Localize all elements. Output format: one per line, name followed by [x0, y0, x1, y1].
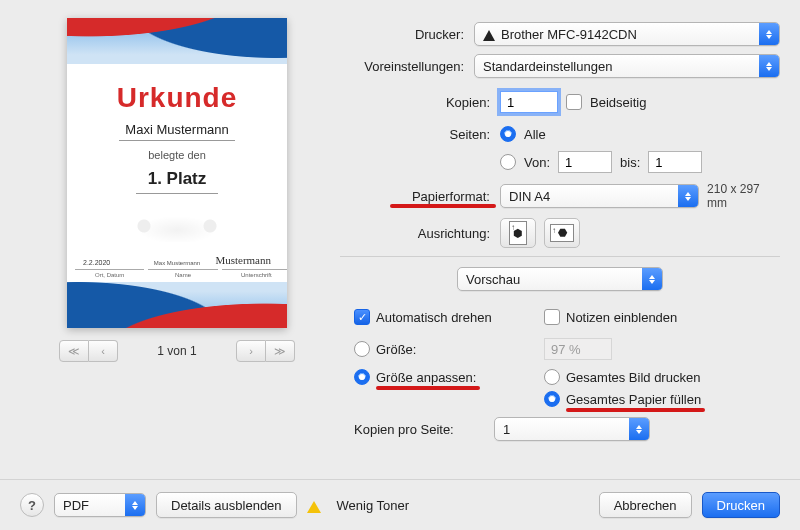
show-notes-checkbox[interactable]	[544, 309, 560, 325]
paper-select[interactable]: DIN A4	[500, 184, 699, 208]
doc-title: Urkunde	[117, 82, 238, 114]
copies-input[interactable]	[500, 91, 558, 113]
fit-image-radio[interactable]	[544, 369, 560, 385]
pages-label: Seiten:	[340, 127, 500, 142]
help-button[interactable]: ?	[20, 493, 44, 517]
twosided-checkbox[interactable]	[566, 94, 582, 110]
print-button[interactable]: Drucken	[702, 492, 780, 518]
pdf-label: PDF	[63, 498, 89, 513]
paper-value: DIN A4	[509, 189, 550, 204]
scale-fixed-label: Größe:	[376, 342, 416, 357]
decor-wave-top	[67, 18, 287, 64]
hide-details-button[interactable]: Details ausblenden	[156, 492, 297, 518]
signature-labels: Ort, Datum Name Unterschrift	[67, 269, 287, 278]
chevrons-icon	[629, 418, 649, 440]
warning-icon	[483, 30, 495, 41]
low-toner-label: Wenig Toner	[337, 498, 410, 513]
pager-first-button[interactable]: ≪	[59, 340, 89, 362]
presets-select[interactable]: Standardeinstellungen	[474, 54, 780, 78]
pdf-menu[interactable]: PDF	[54, 493, 146, 517]
cancel-button[interactable]: Abbrechen	[599, 492, 692, 518]
presets-value: Standardeinstellungen	[483, 59, 612, 74]
preview-options: Automatisch drehen Notizen einblenden Gr…	[354, 305, 780, 441]
laurel-icon	[122, 202, 232, 242]
chevron-down-icon	[125, 494, 145, 516]
doc-recipient: Maxi Mustermann	[119, 122, 234, 141]
orientation-portrait-button[interactable]: ↑⬢	[500, 218, 536, 248]
pages-to-label: bis:	[620, 155, 640, 170]
print-settings: Drucker: Brother MFC-9142CDN Voreinstell…	[340, 22, 780, 449]
chevrons-icon	[759, 55, 779, 77]
print-preview-column: Urkunde Maxi Mustermann belegte den 1. P…	[32, 18, 322, 362]
pages-range-radio[interactable]	[500, 154, 516, 170]
chevrons-icon	[642, 268, 662, 290]
auto-rotate-label: Automatisch drehen	[376, 310, 492, 325]
pager-prev-button[interactable]: ‹	[89, 340, 118, 362]
doc-belegte: belegte den	[148, 149, 206, 161]
sig-label-a: Ort, Datum	[75, 269, 144, 278]
pages-from-label: Von:	[524, 155, 550, 170]
pager-label: 1 von 1	[157, 344, 196, 358]
pager-last-button[interactable]: ≫	[266, 340, 295, 362]
paper-dimensions: 210 x 297 mm	[707, 182, 780, 210]
show-notes-label: Notizen einblenden	[566, 310, 677, 325]
chevrons-icon	[759, 23, 779, 45]
copies-per-page-value: 1	[503, 422, 510, 437]
fill-paper-label: Gesamtes Papier füllen	[566, 392, 701, 407]
hide-details-label: Details ausblenden	[171, 498, 282, 513]
orientation-landscape-button[interactable]: ↑⬢	[544, 218, 580, 248]
dialog-footer: ? PDF Details ausblenden Wenig Toner Abb…	[0, 479, 800, 530]
printer-value: Brother MFC-9142CDN	[501, 27, 637, 42]
copies-label: Kopien:	[340, 95, 500, 110]
twosided-label: Beidseitig	[590, 95, 646, 110]
printer-select[interactable]: Brother MFC-9142CDN	[474, 22, 780, 46]
pager-next-button[interactable]: ›	[236, 340, 266, 362]
doc-signature: Mustermann	[215, 254, 271, 266]
section-value: Vorschau	[466, 272, 520, 287]
decor-wave-bottom	[67, 282, 287, 328]
fit-image-label: Gesamtes Bild drucken	[566, 370, 700, 385]
page-thumbnail: Urkunde Maxi Mustermann belegte den 1. P…	[67, 18, 287, 328]
scale-fixed-radio[interactable]	[354, 341, 370, 357]
sig-label-b: Name	[148, 269, 217, 278]
cancel-label: Abbrechen	[614, 498, 677, 513]
doc-place: 1. Platz	[136, 169, 219, 194]
printer-label: Drucker:	[340, 27, 474, 42]
copies-per-page-label: Kopien pro Seite:	[354, 422, 494, 437]
auto-rotate-checkbox[interactable]	[354, 309, 370, 325]
copies-per-page-select[interactable]: 1	[494, 417, 650, 441]
chevrons-icon	[678, 185, 698, 207]
pages-from-input[interactable]	[558, 151, 612, 173]
warning-icon	[307, 501, 321, 513]
paper-label: Papierformat:	[340, 189, 500, 204]
section-select[interactable]: Vorschau	[457, 267, 663, 291]
scale-fit-label: Größe anpassen:	[376, 370, 476, 385]
print-label: Drucken	[717, 498, 765, 513]
thumbnail-content: Urkunde Maxi Mustermann belegte den 1. P…	[67, 68, 287, 278]
pages-all-label: Alle	[524, 127, 546, 142]
section-divider	[340, 256, 780, 257]
orientation-label: Ausrichtung:	[340, 226, 500, 241]
pages-all-radio[interactable]	[500, 126, 516, 142]
fill-paper-radio[interactable]	[544, 391, 560, 407]
sig-label-c: Unterschrift	[222, 269, 287, 278]
scale-fit-radio[interactable]	[354, 369, 370, 385]
scale-percent-input	[544, 338, 612, 360]
page-pager: ≪ ‹ 1 von 1 › ≫	[59, 340, 295, 362]
pages-to-input[interactable]	[648, 151, 702, 173]
presets-label: Voreinstellungen:	[340, 59, 474, 74]
